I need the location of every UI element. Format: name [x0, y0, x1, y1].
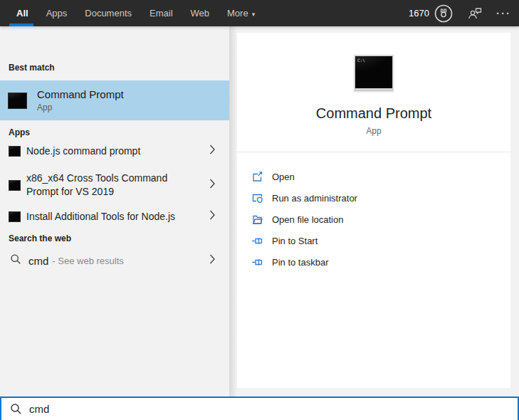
panel-divider-shadow — [229, 26, 237, 397]
tab-more[interactable]: More▾ — [227, 8, 255, 19]
chevron-right-icon — [209, 254, 216, 268]
search-input[interactable] — [29, 398, 518, 420]
web-query-text: cmd — [28, 255, 48, 267]
action-pin-to-taskbar[interactable]: Pin to taskbar — [237, 251, 510, 273]
tab-documents[interactable]: Documents — [85, 8, 132, 19]
best-match-subtitle: App — [37, 103, 124, 112]
results-panel: Best match Command Prompt App Apps Node.… — [0, 26, 229, 397]
action-label: Run as administrator — [272, 193, 357, 204]
search-bar — [0, 397, 519, 420]
result-label: Node.js command prompt — [26, 145, 140, 158]
action-label: Open — [272, 172, 295, 182]
chevron-down-icon: ▾ — [252, 11, 256, 18]
active-tab-underline — [9, 23, 33, 26]
filter-tabs: All Apps Documents Email Web More▾ — [0, 8, 255, 19]
open-icon — [251, 171, 263, 183]
prompt-glyph: C:\ — [357, 58, 365, 63]
apps-header: Apps — [9, 127, 30, 137]
result-label: x86_x64 Cross Tools Command Prompt for V… — [26, 172, 197, 199]
action-pin-to-start[interactable]: Pin to Start — [237, 230, 510, 251]
command-prompt-icon-large: C:\ — [355, 56, 393, 91]
preview-app-subtitle: App — [237, 126, 510, 136]
action-run-as-administrator[interactable]: Run as administrator — [237, 187, 510, 209]
chevron-right-icon — [209, 145, 216, 158]
start-search-window: All Apps Documents Email Web More▾ 1670 — [0, 0, 519, 420]
best-match-header: Best match — [9, 63, 55, 73]
feedback-icon[interactable] — [467, 6, 483, 21]
result-x86-cross-tools[interactable]: x86_x64 Cross Tools Command Prompt for V… — [0, 166, 229, 204]
run-as-admin-icon — [251, 192, 263, 204]
rewards-points: 1670 — [409, 8, 429, 19]
result-label: Install Additional Tools for Node.js — [26, 210, 175, 224]
chevron-right-icon — [209, 179, 216, 192]
action-open-file-location[interactable]: Open file location — [237, 209, 510, 230]
chevron-right-icon — [209, 210, 216, 224]
preview-card: C:\ Command Prompt App Open — [237, 33, 510, 388]
search-icon — [10, 403, 22, 415]
file-location-icon — [251, 214, 263, 226]
terminal-icon — [9, 146, 21, 157]
tab-email[interactable]: Email — [150, 8, 173, 19]
command-prompt-icon — [8, 93, 27, 109]
rewards-button[interactable]: 1670 — [409, 4, 454, 23]
tab-web[interactable]: Web — [191, 8, 210, 19]
preview-app-title: Command Prompt — [237, 105, 510, 122]
terminal-icon — [9, 211, 21, 222]
action-label: Pin to Start — [272, 236, 318, 246]
best-match-title: Command Prompt — [37, 88, 124, 100]
result-nodejs-command-prompt[interactable]: Node.js command prompt — [0, 140, 229, 162]
web-results-hint: - See web results — [52, 256, 123, 266]
action-label: Pin to taskbar — [272, 257, 329, 268]
rewards-medal-icon — [434, 4, 454, 23]
action-label: Open file location — [272, 214, 343, 225]
pin-icon — [251, 235, 263, 247]
result-web-search[interactable]: cmd - See web results — [0, 247, 229, 274]
tab-all[interactable]: All — [16, 8, 28, 19]
search-filter-bar: All Apps Documents Email Web More▾ 1670 — [0, 0, 519, 26]
terminal-icon — [9, 180, 21, 191]
pin-icon — [251, 256, 263, 268]
search-web-header: Search the web — [9, 233, 71, 243]
divider — [237, 152, 510, 152]
tab-apps[interactable]: Apps — [46, 8, 68, 19]
result-install-node-tools[interactable]: Install Additional Tools for Node.js — [0, 206, 229, 227]
action-list: Open Run as administrator — [237, 166, 510, 273]
more-options-icon[interactable]: ··· — [496, 10, 511, 17]
tab-more-label: More — [227, 8, 248, 19]
action-open[interactable]: Open — [237, 166, 510, 187]
best-match-result[interactable]: Command Prompt App — [0, 80, 229, 120]
search-icon — [10, 253, 21, 268]
